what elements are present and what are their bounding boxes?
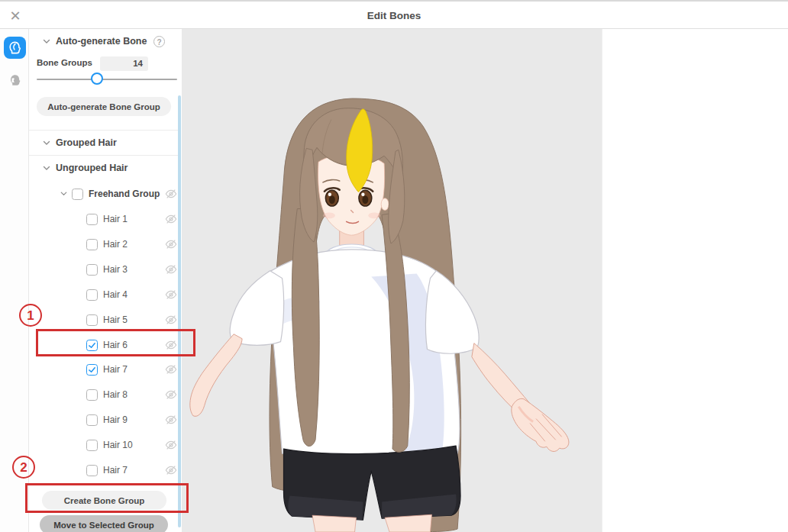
hair-item-label: Hair 5 bbox=[103, 314, 165, 325]
hair-item-checkbox[interactable] bbox=[86, 314, 98, 326]
hair-item-label: Hair 4 bbox=[103, 289, 165, 300]
chevron-down-icon bbox=[42, 138, 51, 147]
hair-item-row[interactable]: Hair 5 bbox=[86, 312, 179, 327]
freehand-group-checkbox[interactable] bbox=[72, 189, 83, 200]
annotation-step-1-badge: 1 bbox=[19, 304, 42, 327]
grouped-hair-section-header[interactable]: Grouped Hair bbox=[42, 137, 117, 148]
top-bar: ✕ Edit Bones bbox=[0, 0, 788, 29]
ungrouped-hair-section-label: Ungrouped Hair bbox=[56, 163, 128, 173]
hair-item-row[interactable]: Hair 1 bbox=[86, 211, 179, 227]
hair-item-label: Hair 9 bbox=[103, 414, 165, 425]
face-tool-icon bbox=[8, 73, 22, 87]
eye-off-icon[interactable] bbox=[165, 363, 177, 376]
chevron-down-icon bbox=[60, 189, 69, 198]
eye-off-icon[interactable] bbox=[165, 314, 177, 326]
eye-off-icon[interactable] bbox=[165, 414, 177, 426]
bones-sidebar: Auto-generate Bone ? Bone Groups 14 Auto… bbox=[29, 29, 182, 532]
bone-groups-label: Bone Groups bbox=[37, 58, 92, 67]
eye-off-icon[interactable] bbox=[165, 188, 177, 200]
hair-item-row[interactable]: Hair 3 bbox=[86, 262, 179, 277]
face-tool-button[interactable] bbox=[4, 69, 26, 91]
hair-item-label: Hair 7 bbox=[103, 364, 165, 375]
hair-item-row[interactable]: Hair 8 bbox=[86, 387, 179, 402]
hair-bone-tool-icon bbox=[8, 40, 22, 55]
sidebar-scrollbar[interactable] bbox=[178, 95, 181, 527]
hair-item-label: Hair 3 bbox=[103, 264, 165, 275]
auto-generate-section-header[interactable]: Auto-generate Bone bbox=[42, 36, 147, 47]
auto-generate-bone-group-button[interactable]: Auto-generate Bone Group bbox=[37, 97, 171, 116]
bone-groups-slider[interactable] bbox=[37, 79, 177, 80]
eye-off-icon[interactable] bbox=[165, 213, 177, 225]
hair-item-row[interactable]: Hair 9 bbox=[86, 412, 179, 427]
hair-item-checkbox[interactable] bbox=[86, 414, 98, 426]
ungrouped-hair-section-header[interactable]: Ungrouped Hair bbox=[42, 163, 128, 173]
hair-item-checkbox[interactable] bbox=[86, 289, 98, 301]
hair-item-label: Hair 10 bbox=[103, 440, 165, 450]
eye-off-icon[interactable] bbox=[165, 289, 177, 301]
model-viewport[interactable] bbox=[182, 29, 602, 532]
hair-bone-tool-button[interactable] bbox=[4, 37, 26, 59]
freehand-group-row[interactable]: Freehand Group bbox=[60, 186, 179, 202]
hair-item-checkbox[interactable] bbox=[86, 440, 98, 451]
annotation-step-2-highlight bbox=[25, 483, 189, 513]
eye-off-icon[interactable] bbox=[165, 464, 177, 476]
auto-generate-section-label: Auto-generate Bone bbox=[56, 36, 147, 47]
hair-item-checkbox[interactable] bbox=[86, 264, 98, 276]
hair-item-label: Hair 7 bbox=[103, 465, 165, 476]
window-title: Edit Bones bbox=[0, 2, 788, 29]
hair-item-row[interactable]: Hair 7 bbox=[86, 362, 179, 377]
hair-item-checkbox[interactable] bbox=[86, 465, 98, 476]
right-panel bbox=[602, 29, 788, 532]
hair-item-checkbox[interactable] bbox=[86, 389, 98, 401]
hair-item-row[interactable]: Hair 4 bbox=[86, 287, 179, 302]
chevron-down-icon bbox=[42, 37, 51, 46]
annotation-step-2-badge: 2 bbox=[12, 456, 35, 479]
help-icon[interactable]: ? bbox=[153, 36, 165, 47]
move-to-selected-group-button[interactable]: Move to Selected Group bbox=[40, 515, 168, 532]
hair-item-row[interactable]: Hair 7 bbox=[86, 463, 179, 478]
bone-groups-slider-handle[interactable] bbox=[91, 73, 103, 85]
section-divider bbox=[29, 155, 179, 156]
character-model bbox=[182, 29, 602, 532]
hair-item-checkbox[interactable] bbox=[86, 364, 98, 376]
hair-item-checkbox[interactable] bbox=[86, 214, 98, 225]
hair-item-row[interactable]: Hair 2 bbox=[86, 237, 179, 252]
eye-off-icon[interactable] bbox=[165, 263, 177, 276]
section-divider bbox=[29, 130, 179, 131]
hair-item-label: Hair 8 bbox=[103, 389, 165, 400]
eye-off-icon[interactable] bbox=[165, 238, 177, 250]
grouped-hair-section-label: Grouped Hair bbox=[56, 137, 117, 148]
annotation-step-1-highlight bbox=[36, 329, 195, 356]
chevron-down-icon bbox=[42, 163, 51, 172]
hair-item-label: Hair 1 bbox=[103, 214, 165, 224]
hair-item-label: Hair 2 bbox=[103, 239, 165, 250]
hair-item-checkbox[interactable] bbox=[86, 239, 98, 250]
eye-off-icon[interactable] bbox=[165, 389, 177, 401]
bone-groups-value-field[interactable]: 14 bbox=[100, 56, 148, 71]
freehand-group-label: Freehand Group bbox=[89, 189, 165, 199]
eye-off-icon[interactable] bbox=[165, 439, 177, 451]
hair-item-row[interactable]: Hair 10 bbox=[86, 437, 179, 453]
